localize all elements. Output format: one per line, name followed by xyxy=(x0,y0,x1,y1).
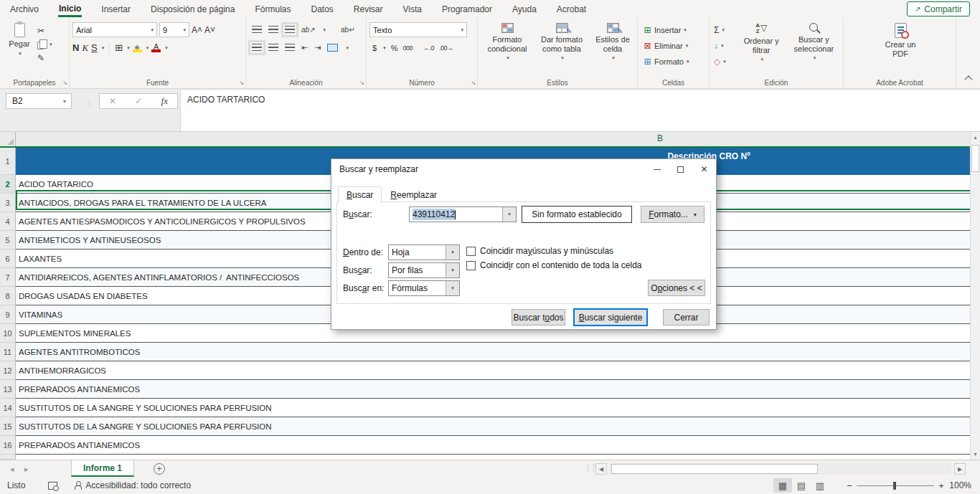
shrink-font-button[interactable]: A˅ xyxy=(204,25,215,35)
horizontal-scroll-thumb[interactable] xyxy=(611,464,818,474)
row-header[interactable]: 11 xyxy=(0,343,16,361)
formula-input[interactable]: ACIDO TARTARICO xyxy=(180,90,980,131)
view-page-layout-icon[interactable]: ▤ xyxy=(792,478,811,493)
cell-styles-button[interactable]: ✎ Estilos de celda▾ xyxy=(590,21,635,88)
column-header-b[interactable]: B xyxy=(631,133,689,143)
fill-button[interactable]: ↓▾ xyxy=(712,39,737,52)
row-header[interactable]: 16 xyxy=(0,436,16,455)
comma-style-button[interactable]: 000 xyxy=(402,44,413,52)
accessibility-status[interactable]: Accesibilidad: todo correcto xyxy=(85,480,191,490)
italic-button[interactable]: K xyxy=(82,42,88,54)
minimize-button[interactable] xyxy=(645,159,669,179)
font-size-combo[interactable]: 9▾ xyxy=(159,22,189,37)
chevron-down-icon[interactable]: ▾ xyxy=(502,207,516,222)
scroll-up-icon[interactable]: ▲ xyxy=(971,132,980,143)
dialog-launcher-icon[interactable]: ↘ xyxy=(239,80,244,86)
conditional-formatting-button[interactable]: Formato condicional▾ xyxy=(481,21,533,88)
sheet-prev-icon[interactable]: ◂ xyxy=(10,460,14,478)
search-by-select[interactable]: Por filas▾ xyxy=(388,262,460,278)
grid-cell[interactable]: PREPARADOS ANTIANEMICOS xyxy=(16,380,970,399)
row-header[interactable]: 1 xyxy=(0,148,16,175)
insert-cells-button[interactable]: ⊞Insertar▾ xyxy=(641,23,707,37)
number-format-combo[interactable]: Texto▾ xyxy=(369,22,467,37)
grid-cell[interactable]: AGENTES ANTITROMBOTICOS xyxy=(16,343,970,361)
wrap-text-button[interactable]: ab↵ xyxy=(341,26,355,34)
sheet-next-icon[interactable]: ▸ xyxy=(24,460,29,478)
macro-record-icon[interactable] xyxy=(48,482,57,490)
tab-insertar[interactable]: Insertar xyxy=(91,0,141,18)
zoom-slider[interactable] xyxy=(857,485,934,486)
cut-button[interactable]: ✂ xyxy=(36,24,54,37)
row-header[interactable]: 2 xyxy=(0,175,16,194)
format-as-table-button[interactable]: ✎ Dar formato como tabla▾ xyxy=(534,21,589,88)
row-header[interactable]: 8 xyxy=(0,287,16,305)
scrollbar-grip[interactable]: ⋮⋮ xyxy=(584,463,595,472)
match-case-checkbox[interactable]: Coincidir mayúsculas y minúsculas xyxy=(466,246,613,256)
align-right-button[interactable] xyxy=(285,44,295,52)
increase-indent-button[interactable]: ⇥ xyxy=(314,43,321,52)
scroll-left-icon[interactable]: ◀ xyxy=(595,463,607,475)
delete-cells-button[interactable]: ⊠Eliminar▾ xyxy=(641,39,707,52)
merge-center-button[interactable] xyxy=(327,44,338,52)
fill-color-button[interactable]: ◈ xyxy=(133,44,142,52)
grid-cell[interactable] xyxy=(16,455,970,460)
chevron-down-icon[interactable]: ▾ xyxy=(446,281,459,295)
scroll-right-icon[interactable]: ▶ xyxy=(954,463,966,475)
tab-programador[interactable]: Programador xyxy=(432,0,502,18)
accounting-format-button[interactable]: $ xyxy=(372,44,377,52)
view-page-break-icon[interactable]: ▥ xyxy=(811,478,829,493)
find-select-button[interactable]: Buscar y seleccionar▾ xyxy=(786,21,842,88)
cancel-icon[interactable]: ✕ xyxy=(109,96,116,106)
chevron-down-icon[interactable]: ▾ xyxy=(446,245,459,260)
align-left-button[interactable] xyxy=(252,44,262,52)
chevron-down-icon[interactable]: ▾ xyxy=(446,263,459,277)
copy-button[interactable]: ▾ xyxy=(36,37,54,51)
find-next-button[interactable]: Buscar siguiente xyxy=(573,308,648,326)
name-box[interactable]: B2 ▾ xyxy=(6,93,72,109)
sheet-tab-informe1[interactable]: Informe 1 xyxy=(71,460,134,477)
share-button[interactable]: ↗ Compartir xyxy=(907,1,970,16)
tab-buscar[interactable]: Buscar xyxy=(338,186,382,203)
collapse-ribbon-icon[interactable] xyxy=(964,75,972,83)
insert-function-icon[interactable]: fx xyxy=(161,95,168,107)
tab-disposicion[interactable]: Disposición de página xyxy=(141,0,245,18)
zoom-in-button[interactable]: + xyxy=(934,480,948,491)
tab-acrobat[interactable]: Acrobat xyxy=(547,0,596,18)
underline-button[interactable]: S xyxy=(91,42,98,53)
look-in-select[interactable]: Fórmulas▾ xyxy=(388,280,460,296)
tab-reemplazar[interactable]: Reemplazar xyxy=(382,186,446,203)
close-button[interactable]: ✕ xyxy=(692,159,716,179)
scroll-down-icon[interactable]: ▼ xyxy=(971,449,980,460)
decrease-indent-button[interactable]: ⇤ xyxy=(301,43,308,52)
maximize-button[interactable] xyxy=(669,159,692,179)
tab-inicio[interactable]: Inicio xyxy=(49,0,91,18)
align-center-button[interactable] xyxy=(268,44,278,52)
align-bottom-button[interactable] xyxy=(285,26,295,34)
grid-cell[interactable]: SUSTITUTOS DE LA SANGRE Y SOLUCIONES PAR… xyxy=(16,399,970,417)
select-all-corner[interactable] xyxy=(0,132,16,146)
tab-datos[interactable]: Datos xyxy=(301,0,343,18)
font-color-button[interactable]: A xyxy=(151,43,161,52)
percent-button[interactable]: % xyxy=(391,44,398,52)
enter-icon[interactable]: ✓ xyxy=(135,96,142,106)
vertical-scrollbar[interactable]: ▲ ▼ xyxy=(970,132,980,460)
dialog-launcher-icon[interactable]: ↘ xyxy=(62,80,67,86)
row-header[interactable]: 10 xyxy=(0,324,16,343)
zoom-out-button[interactable]: − xyxy=(842,480,857,491)
format-button[interactable]: Formato...▾ xyxy=(641,206,705,223)
tab-revisar[interactable]: Revisar xyxy=(344,0,393,18)
dialog-launcher-icon[interactable]: ↘ xyxy=(471,80,476,86)
align-middle-button[interactable] xyxy=(268,26,278,34)
options-button[interactable]: Opciones < < xyxy=(648,280,705,296)
row-header[interactable]: 7 xyxy=(0,268,16,287)
row-header[interactable]: 9 xyxy=(0,305,16,324)
view-normal-icon[interactable]: ▦ xyxy=(773,478,792,493)
create-pdf-button[interactable]: Crear un PDF xyxy=(877,21,923,88)
dialog-launcher-icon[interactable]: ↘ xyxy=(359,80,364,86)
grid-cell[interactable]: ANTIHEMORRAGICOS xyxy=(16,361,970,380)
vertical-scroll-thumb[interactable] xyxy=(971,145,979,172)
clear-button[interactable]: ◇▾ xyxy=(712,54,737,68)
format-painter-button[interactable]: ✎ xyxy=(36,51,54,65)
autosum-button[interactable]: Σ▾ xyxy=(712,23,737,37)
row-header[interactable]: 13 xyxy=(0,380,16,399)
